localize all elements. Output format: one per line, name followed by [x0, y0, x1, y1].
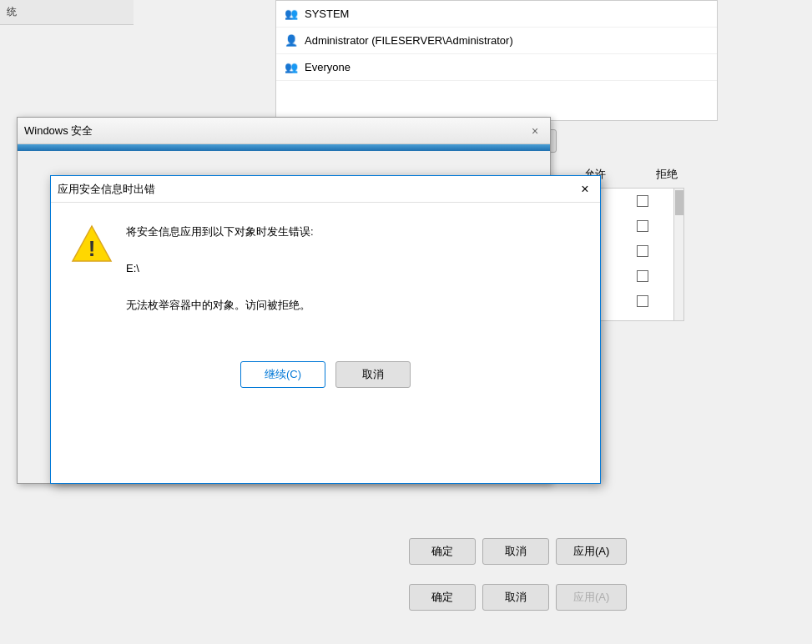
- apply-button-2: 应用(A): [556, 584, 627, 611]
- ok-button-2[interactable]: 确定: [409, 584, 476, 611]
- error-title-bar: 应用安全信息时出错 ×: [51, 176, 600, 203]
- deny-cb-1[interactable]: [637, 195, 648, 207]
- gradient-bar: [18, 144, 550, 151]
- win-security-title-bar: Windows 安全 ×: [18, 118, 550, 144]
- users-list-area: 👥 SYSTEM 👤 Administrator (FILESERVER\Adm…: [275, 0, 718, 121]
- ok-button-1[interactable]: 确定: [409, 538, 476, 565]
- error-buttons: 继续(C) 取消: [51, 345, 600, 405]
- deny-label: 拒绝: [656, 167, 678, 182]
- error-line-2: E:\: [126, 259, 580, 278]
- deny-cb-5[interactable]: [637, 295, 648, 307]
- user-name-everyone: Everyone: [305, 61, 351, 73]
- scrollbar-thumb: [675, 190, 683, 215]
- top-bar-fragment: 统: [0, 0, 134, 25]
- continue-button[interactable]: 继续(C): [240, 361, 325, 388]
- bg-bottom-buttons-2: 确定 取消 应用(A): [409, 584, 627, 611]
- error-line-1: 将安全信息应用到以下对象时发生错误:: [126, 223, 580, 241]
- error-close-button[interactable]: ×: [577, 181, 593, 198]
- cancel-button-2[interactable]: 取消: [482, 584, 549, 611]
- deny-cb-3[interactable]: [637, 245, 648, 257]
- user-icon-admin: 👤: [283, 33, 300, 49]
- error-title: 应用安全信息时出错: [58, 182, 155, 197]
- win-security-close-button[interactable]: ×: [527, 123, 543, 139]
- apply-button-1[interactable]: 应用(A): [556, 538, 627, 565]
- user-item-system[interactable]: 👥 SYSTEM: [276, 1, 717, 28]
- error-message: 将安全信息应用到以下对象时发生错误: E:\ 无法枚举容器中的对象。访问被拒绝。: [126, 223, 580, 314]
- error-cancel-button[interactable]: 取消: [335, 361, 411, 388]
- svg-text:!: !: [88, 236, 96, 261]
- top-bar-text: 统: [7, 5, 17, 19]
- win-security-title: Windows 安全: [24, 123, 93, 138]
- error-dialog: 应用安全信息时出错 × ! 将安全信息应用到以下对象时发生错误: E:\ 无法枚…: [50, 175, 601, 484]
- user-item-administrator[interactable]: 👤 Administrator (FILESERVER\Administrato…: [276, 28, 717, 54]
- cancel-button-1[interactable]: 取消: [482, 538, 549, 565]
- error-line-3: 无法枚举容器中的对象。访问被拒绝。: [126, 296, 580, 314]
- user-group-icon-everyone: 👥: [283, 59, 300, 76]
- bg-bottom-buttons-1: 确定 取消 应用(A): [409, 538, 627, 565]
- error-content: ! 将安全信息应用到以下对象时发生错误: E:\ 无法枚举容器中的对象。访问被拒…: [51, 203, 600, 328]
- user-group-icon: 👥: [283, 6, 300, 23]
- user-item-everyone[interactable]: 👥 Everyone: [276, 54, 717, 81]
- user-name-system: SYSTEM: [305, 8, 349, 20]
- deny-cb-2[interactable]: [637, 220, 648, 232]
- deny-cb-4[interactable]: [637, 270, 648, 282]
- scrollbar[interactable]: [673, 189, 683, 320]
- user-name-admin: Administrator (FILESERVER\Administrator): [305, 34, 513, 47]
- warning-icon: !: [71, 223, 113, 264]
